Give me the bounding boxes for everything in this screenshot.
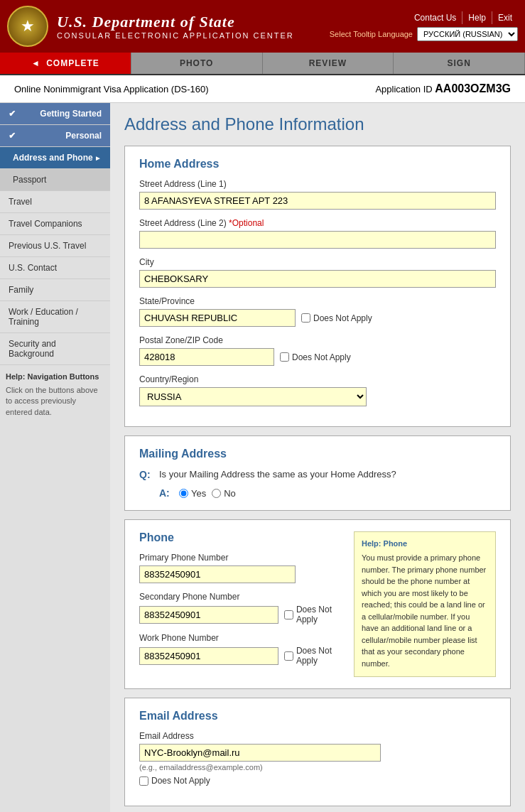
- work-phone-input[interactable]: [139, 647, 278, 665]
- email-section: Email Address Email Address (e.g., email…: [124, 698, 511, 806]
- header: ★ U.S. Department of State CONSULAR ELEC…: [0, 0, 525, 53]
- tab-complete-label: COMPLETE: [46, 58, 99, 68]
- exit-link[interactable]: Exit: [492, 11, 518, 24]
- city-input[interactable]: [139, 270, 496, 288]
- state-dna-label: Does Not Apply: [301, 313, 372, 323]
- main-layout: ✔ Getting Started ✔ Personal Address and…: [0, 103, 525, 812]
- mailing-no-label: No: [212, 488, 236, 499]
- sidebar-item-work-education[interactable]: Work / Education / Training: [0, 301, 110, 333]
- mailing-yes-radio[interactable]: [179, 489, 188, 498]
- state-group: State/Province Does Not Apply: [139, 296, 496, 327]
- sidebar-item-prev-us-travel[interactable]: Previous U.S. Travel: [0, 235, 110, 257]
- tab-photo[interactable]: PHOTO: [131, 53, 263, 74]
- state-inline: Does Not Apply: [139, 309, 496, 327]
- personal-check: ✔: [9, 131, 16, 141]
- secondary-phone-group: Secondary Phone Number Does Not Apply: [139, 592, 347, 624]
- tab-complete-arrow: ◄: [31, 58, 40, 68]
- country-select[interactable]: RUSSIA UNITED STATES: [139, 387, 367, 406]
- work-education-label: Work / Education / Training: [9, 307, 102, 327]
- personal-label: Personal: [65, 131, 102, 141]
- sidebar-item-getting-started[interactable]: ✔ Getting Started: [0, 103, 110, 125]
- email-input[interactable]: [139, 744, 381, 762]
- mailing-question-row: Q: Is your Mailing Address the same as y…: [139, 469, 496, 480]
- travel-label: Travel: [9, 197, 32, 207]
- email-dna-checkbox[interactable]: [139, 776, 148, 786]
- email-dna-text: Does Not Apply: [151, 776, 210, 786]
- secondary-dna-label: Does Not Apply: [284, 605, 347, 624]
- phone-section: Phone Primary Phone Number Secondary Pho…: [124, 519, 511, 689]
- sidebar-item-passport[interactable]: Passport: [0, 169, 110, 191]
- sidebar-item-family[interactable]: Family: [0, 279, 110, 301]
- sidebar-item-address-phone[interactable]: Address and Phone ►: [0, 147, 110, 169]
- mailing-address-title: Mailing Address: [139, 448, 496, 460]
- agency-name: U.S. Department of State: [57, 13, 294, 31]
- street2-input[interactable]: [139, 231, 496, 249]
- sidebar-item-us-contact[interactable]: U.S. Contact: [0, 257, 110, 279]
- email-placeholder-hint: (e.g., emailaddress@example.com): [139, 763, 496, 772]
- city-label: City: [139, 257, 496, 267]
- app-info-bar: Online Nonimmigrant Visa Application (DS…: [0, 75, 525, 103]
- primary-phone-label: Primary Phone Number: [139, 553, 347, 563]
- email-section-title: Email Address: [139, 710, 496, 722]
- travel-companions-label: Travel Companions: [9, 219, 82, 229]
- tooltip-language-select[interactable]: РУССКИЙ (RUSSIAN) ENGLISH: [417, 27, 518, 41]
- street1-group: Street Address (Line 1): [139, 179, 496, 210]
- work-phone-label: Work Phone Number: [139, 633, 347, 643]
- postal-dna-text: Does Not Apply: [292, 352, 351, 362]
- tab-review-label: REVIEW: [309, 58, 347, 68]
- sidebar-item-travel-companions[interactable]: Travel Companions: [0, 213, 110, 235]
- sidebar-item-security[interactable]: Security and Background: [0, 333, 110, 365]
- agency-subtitle: CONSULAR ELECTRONIC APPLICATION CENTER: [57, 31, 294, 40]
- state-dna-checkbox[interactable]: [301, 313, 310, 323]
- security-label: Security and Background: [9, 339, 102, 359]
- app-id-row: Application ID AA003OZM3G: [375, 82, 511, 95]
- sidebar-item-travel[interactable]: Travel: [0, 191, 110, 213]
- email-dna-label: Does Not Apply: [139, 776, 496, 786]
- phone-help-box: Help: Phone You must provide a primary p…: [354, 531, 496, 677]
- secondary-phone-label: Secondary Phone Number: [139, 592, 347, 602]
- work-dna-checkbox[interactable]: [284, 651, 293, 661]
- nav-tabs: ◄ COMPLETE PHOTO REVIEW SIGN: [0, 53, 525, 75]
- tooltip-row: Select Tooltip Language РУССКИЙ (RUSSIAN…: [330, 27, 518, 41]
- sidebar-help-title: Help: Navigation Buttons: [6, 372, 104, 381]
- street1-input[interactable]: [139, 192, 496, 210]
- getting-started-check: ✔: [9, 109, 16, 119]
- phone-section-title: Phone: [139, 531, 347, 544]
- address-phone-arrow: ►: [94, 154, 102, 162]
- state-input[interactable]: [139, 309, 296, 327]
- mailing-no-radio[interactable]: [212, 489, 221, 498]
- prev-us-travel-label: Previous U.S. Travel: [9, 241, 86, 251]
- help-link[interactable]: Help: [462, 11, 492, 24]
- tab-sign-label: SIGN: [447, 58, 470, 68]
- tab-complete[interactable]: ◄ COMPLETE: [0, 53, 131, 74]
- phone-help-title: Help: Phone: [362, 539, 488, 548]
- mailing-yes-text: Yes: [191, 488, 206, 499]
- postal-dna-checkbox[interactable]: [280, 352, 289, 362]
- email-group: Email Address (e.g., emailaddress@exampl…: [139, 731, 496, 786]
- sidebar-help-box: Help: Navigation Buttons Click on the bu…: [0, 365, 110, 425]
- contact-us-link[interactable]: Contact Us: [408, 11, 462, 24]
- email-dna-row: Does Not Apply: [139, 776, 496, 786]
- app-id-label: Application ID: [375, 84, 432, 94]
- us-contact-label: U.S. Contact: [9, 263, 57, 273]
- sidebar-item-personal[interactable]: ✔ Personal: [0, 125, 110, 147]
- primary-phone-group: Primary Phone Number: [139, 553, 347, 583]
- getting-started-label: Getting Started: [40, 109, 102, 119]
- email-label: Email Address: [139, 731, 496, 741]
- agency-title: U.S. Department of State CONSULAR ELECTR…: [57, 13, 294, 40]
- tab-review[interactable]: REVIEW: [263, 53, 394, 74]
- app-id-value: AA003OZM3G: [435, 82, 511, 94]
- postal-group: Postal Zone/ZIP Code Does Not Apply: [139, 335, 496, 366]
- postal-input[interactable]: [139, 348, 274, 366]
- sidebar: ✔ Getting Started ✔ Personal Address and…: [0, 103, 110, 812]
- postal-dna-label: Does Not Apply: [280, 352, 351, 362]
- tab-sign[interactable]: SIGN: [394, 53, 525, 74]
- country-group: Country/Region RUSSIA UNITED STATES: [139, 374, 496, 406]
- address-phone-label: Address and Phone: [13, 153, 93, 163]
- q-label: Q:: [139, 469, 153, 480]
- secondary-dna-checkbox[interactable]: [284, 610, 293, 619]
- city-group: City: [139, 257, 496, 288]
- mailing-answer-row: A: Yes No: [139, 487, 496, 499]
- primary-phone-input[interactable]: [139, 565, 296, 583]
- secondary-phone-input[interactable]: [139, 606, 278, 624]
